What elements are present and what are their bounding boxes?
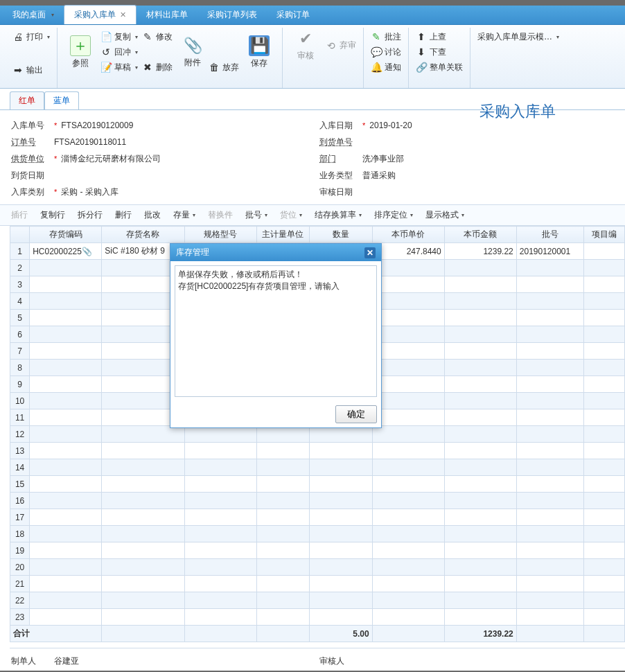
table-row[interactable]: 12 xyxy=(10,426,625,443)
link-icon: 🔗 xyxy=(416,62,427,73)
table-row[interactable]: 17 xyxy=(10,509,625,526)
up-icon: ⬆ xyxy=(416,31,427,42)
value-supplier[interactable]: 淄博金纪元研磨材有限公司 xyxy=(61,153,161,165)
down-icon: ⬇ xyxy=(416,46,427,58)
value-order-no[interactable]: FTSA20190118011 xyxy=(54,137,126,147)
del-row-button[interactable]: 删行 xyxy=(109,208,137,222)
approve-button[interactable]: ✎批注 xyxy=(371,29,401,44)
link-button[interactable]: 🔗整单关联 xyxy=(416,60,463,75)
col-amount[interactable]: 本币金额 xyxy=(444,227,516,243)
label-biz-type: 业务类型 xyxy=(319,170,358,182)
tab-material-out[interactable]: 材料出库单 xyxy=(137,6,197,24)
label-arrive-date: 到货日期 xyxy=(11,170,50,182)
value-biz-type[interactable]: 普通采购 xyxy=(362,170,396,182)
col-inv-code[interactable]: 存货编码 xyxy=(30,227,102,243)
insert-row-button[interactable]: 插行 xyxy=(6,208,33,222)
pencil-icon: ✎ xyxy=(142,31,153,42)
table-row[interactable]: 23 xyxy=(10,609,625,626)
undo-icon: ↺ xyxy=(100,46,112,58)
col-spec[interactable]: 规格型号 xyxy=(184,227,256,243)
label-in-no: 入库单号 xyxy=(11,120,50,132)
audit-button[interactable]: ✔ 审核 xyxy=(290,29,322,62)
delete-button[interactable]: ✖删除 xyxy=(142,60,173,75)
table-row[interactable]: 20 xyxy=(10,559,625,576)
attach-icon: 📎 xyxy=(183,36,202,55)
table-row[interactable]: 15 xyxy=(10,476,625,493)
value-dept[interactable]: 洗净事业部 xyxy=(362,153,404,165)
draft-icon: 📝 xyxy=(100,62,112,73)
label-arrive-no: 到货单号 xyxy=(319,136,358,148)
total-row: 合计 5.00 1239.22 xyxy=(10,626,625,642)
label-supplier: 供货单位 xyxy=(11,153,50,165)
modify-button[interactable]: ✎修改 xyxy=(142,29,173,44)
print-button[interactable]: 🖨打印▾ xyxy=(12,29,50,44)
reject-button[interactable]: ⟲弃审 xyxy=(326,38,356,53)
table-row[interactable]: 16 xyxy=(10,493,625,509)
value-in-no[interactable]: FTSA20190120009 xyxy=(61,121,133,130)
label-audit-date: 审核日期 xyxy=(319,186,358,198)
batch-mod-button[interactable]: 批改 xyxy=(139,208,166,222)
tab-po[interactable]: 采购订单 xyxy=(267,6,319,24)
disp-button[interactable]: 显示格式▾ xyxy=(420,208,470,222)
dialog-title: 库存管理 xyxy=(176,247,209,258)
tab-purchase-in[interactable]: 采购入库单✕ xyxy=(64,5,137,24)
tab-bar: 我的桌面▾ 采购入库单✕ 材料出库单 采购订单列表 采购订单 xyxy=(0,6,625,25)
doctab-blue[interactable]: 蓝单 xyxy=(44,91,79,109)
copy-button[interactable]: 📄复制▾ xyxy=(100,29,138,44)
copy-row-button[interactable]: 复制行 xyxy=(35,208,71,222)
col-project[interactable]: 项目编 xyxy=(584,227,625,243)
col-inv-name[interactable]: 存货名称 xyxy=(102,227,184,243)
reference-button[interactable]: ＋ 参照 xyxy=(64,35,96,69)
dialog-close-button[interactable]: ✕ xyxy=(364,247,376,258)
col-price[interactable]: 本币单价 xyxy=(372,227,444,243)
undo-button[interactable]: ↺回冲▾ xyxy=(100,44,138,60)
sort-button[interactable]: 排序定位▾ xyxy=(369,208,419,222)
note-icon: ✎ xyxy=(371,31,382,42)
notify-button[interactable]: 🔔通知 xyxy=(371,60,401,75)
tab-po-list[interactable]: 采购订单列表 xyxy=(197,6,267,24)
table-row[interactable]: 22 xyxy=(10,592,625,609)
value-maker: 谷建亚 xyxy=(54,655,79,667)
down-button[interactable]: ⬇下查 xyxy=(416,44,463,60)
page-title: 采购入库单 xyxy=(479,97,556,126)
label-in-date: 入库日期 xyxy=(319,120,358,132)
doctab-red[interactable]: 红单 xyxy=(10,91,44,109)
loc-button[interactable]: 货位▾ xyxy=(274,208,308,222)
split-row-button[interactable]: 拆分行 xyxy=(72,208,108,222)
check-icon: ✔ xyxy=(296,29,315,48)
value-in-type[interactable]: 采购 - 采购入库 xyxy=(61,186,118,198)
replace-button[interactable]: 替换件 xyxy=(202,208,238,222)
error-dialog: 库存管理 ✕ 单据保存失败，修改或稍后再试！ 存货[HC02000225]有存货… xyxy=(170,243,382,428)
table-row[interactable]: 14 xyxy=(10,459,625,476)
discard-button[interactable]: 🗑放弃 xyxy=(209,60,239,75)
table-row[interactable]: 13 xyxy=(10,443,625,459)
up-button[interactable]: ⬆上查 xyxy=(416,29,463,44)
grid-toolbar: 插行 复制行 拆分行 删行 批改 存量▾ 替换件 批号▾ 货位▾ 结存换算率▾ … xyxy=(0,204,625,226)
stock-button[interactable]: 存量▾ xyxy=(168,208,201,222)
table-row[interactable]: 19 xyxy=(10,542,625,559)
label-dept: 部门 xyxy=(319,153,358,165)
tab-desktop[interactable]: 我的桌面▾ xyxy=(3,6,64,24)
display-mode-button[interactable]: 采购入库单显示模…▾ xyxy=(477,29,559,44)
close-icon[interactable]: ✕ xyxy=(120,10,126,19)
value-in-date[interactable]: 2019-01-20 xyxy=(369,121,412,130)
table-row[interactable]: 18 xyxy=(10,526,625,542)
col-qty[interactable]: 数量 xyxy=(309,227,372,243)
save-icon: 💾 xyxy=(249,35,270,56)
table-row[interactable]: 21 xyxy=(10,576,625,592)
col-unit[interactable]: 主计量单位 xyxy=(256,227,309,243)
output-button[interactable]: ➡输出 xyxy=(12,62,50,78)
draft-button[interactable]: 📝草稿▾ xyxy=(100,60,138,75)
plus-icon: ＋ xyxy=(70,35,91,56)
dialog-ok-button[interactable]: 确定 xyxy=(335,405,377,423)
save-button[interactable]: 💾 保存 xyxy=(243,35,275,69)
discuss-button[interactable]: 💬讨论 xyxy=(371,44,401,60)
delete-icon: ✖ xyxy=(142,62,153,73)
ribbon: 🖨打印▾ ➡输出 ＋ 参照 📄复制▾ ↺回冲▾ 📝草稿▾ ✎修改 ✖删除 xyxy=(0,25,625,89)
convert-button[interactable]: 结存换算率▾ xyxy=(309,208,367,222)
batch-no-button[interactable]: 批号▾ xyxy=(240,208,273,222)
bell-icon: 🔔 xyxy=(371,62,382,73)
attach-button[interactable]: 📎附件 xyxy=(177,36,209,69)
col-batch[interactable]: 批号 xyxy=(516,227,584,243)
label-maker: 制单人 xyxy=(11,655,50,667)
